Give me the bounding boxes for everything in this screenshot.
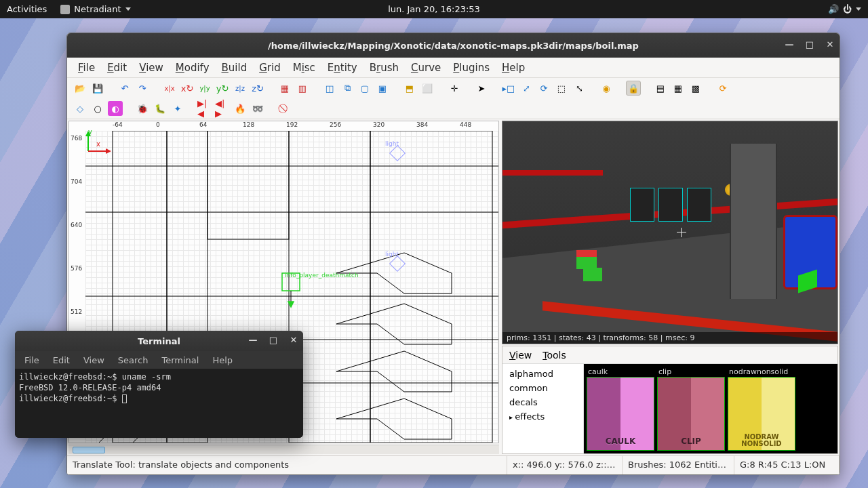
texture-item[interactable]: caulk: [587, 367, 654, 451]
select-inside-icon[interactable]: ▥: [295, 81, 310, 96]
terminal-titlebar[interactable]: Terminal — □ ✕: [15, 331, 303, 351]
cap-icon[interactable]: ○: [90, 101, 105, 116]
bobtool-1-icon[interactable]: 🐞: [135, 101, 150, 116]
menu-modify[interactable]: Modify: [170, 60, 215, 76]
texture-swatch[interactable]: [728, 377, 795, 451]
select-rect-icon[interactable]: ⬚: [554, 81, 569, 96]
texture-menu-view[interactable]: View: [509, 350, 532, 361]
system-status-area[interactable]: 🔊 ⏻: [821, 4, 868, 14]
menu-edit[interactable]: Edit: [102, 60, 132, 76]
window-title: /home/illwieckz/Mapping/Xonotic/data/xon…: [268, 41, 639, 51]
terminal-output[interactable]: illwieckz@freebsd:~$ uname -srm FreeBSD …: [15, 369, 303, 438]
svg-rect-6: [208, 131, 289, 239]
app-menu[interactable]: Netradiant: [54, 4, 137, 14]
texture-swatch[interactable]: [587, 377, 654, 451]
app-menu-label: Netradiant: [74, 4, 121, 14]
menu-build[interactable]: Build: [216, 60, 253, 76]
undo-icon[interactable]: ↶: [117, 81, 132, 96]
redo-icon[interactable]: ↷: [135, 81, 150, 96]
texture-category-item[interactable]: common: [502, 381, 583, 395]
maximize-button[interactable]: □: [804, 40, 815, 51]
no-icon[interactable]: ⃠: [277, 101, 292, 116]
menu-view[interactable]: View: [134, 60, 169, 76]
texbrowser-icon[interactable]: ▩: [688, 81, 703, 96]
clipper-icon[interactable]: ▸□: [501, 81, 516, 96]
menu-brush[interactable]: Brush: [364, 60, 404, 76]
terminal-menu-item[interactable]: Terminal: [156, 354, 204, 367]
texture-menu-tools[interactable]: Tools: [542, 350, 566, 361]
menu-help[interactable]: Help: [496, 60, 530, 76]
texture-item[interactable]: nodrawnonsolid: [728, 367, 795, 451]
volume-icon: 🔊: [828, 4, 839, 14]
rotate-z-icon[interactable]: z↻: [250, 81, 265, 96]
flip-z-icon[interactable]: z|z: [233, 81, 248, 96]
bevel-icon[interactable]: ◐: [108, 101, 123, 116]
open-icon[interactable]: 📂: [73, 81, 87, 96]
ruler-tick: 256: [330, 121, 341, 128]
hollow-icon[interactable]: ▢: [357, 81, 372, 96]
horizontal-scrollbar[interactable]: [68, 445, 499, 454]
menu-file[interactable]: File: [73, 60, 100, 76]
texture-category-item[interactable]: alphamod: [502, 367, 583, 381]
minimize-button[interactable]: —: [784, 40, 795, 51]
resize-icon[interactable]: ⤡: [572, 81, 587, 96]
texture-category-item[interactable]: effects: [502, 409, 583, 424]
weld-2-icon[interactable]: ◀|▶: [215, 101, 230, 116]
clock[interactable]: lun. Jan 20, 16:23:53: [381, 4, 487, 14]
axes-icon[interactable]: ✛: [447, 81, 462, 96]
ruler-tick: 0: [156, 121, 160, 128]
rotate-icon[interactable]: ⟳: [536, 81, 551, 96]
terminal-title: Terminal: [138, 336, 180, 346]
texture-swatch[interactable]: [657, 377, 725, 451]
save-icon[interactable]: 💾: [90, 81, 105, 96]
weld-1-icon[interactable]: ▶|◀: [197, 101, 212, 116]
menu-curve[interactable]: Curve: [406, 60, 446, 76]
flip-y-icon[interactable]: y|y: [197, 81, 212, 96]
flip-x-icon[interactable]: x|x: [162, 81, 177, 96]
bobtool-2-icon[interactable]: 🐛: [153, 101, 167, 116]
console-icon[interactable]: ▦: [671, 81, 686, 96]
patch-icon[interactable]: ◉: [599, 81, 614, 96]
activities-button[interactable]: Activities: [0, 4, 54, 14]
refresh-icon[interactable]: ⟳: [715, 81, 730, 96]
menu-grid[interactable]: Grid: [254, 60, 285, 76]
cubic-clip-icon[interactable]: ⬜: [420, 81, 435, 96]
window-titlebar[interactable]: /home/illwieckz/Mapping/Xonotic/data/xon…: [67, 33, 840, 58]
rotate-y-icon[interactable]: y↻: [215, 81, 230, 96]
texture-category-list[interactable]: alphamodcommondecalseffects: [502, 364, 584, 453]
3d-viewport[interactable]: prims: 1351 | states: 43 | transforms: 5…: [502, 121, 838, 344]
texture-item[interactable]: clip: [657, 367, 725, 451]
terminal-menu-item[interactable]: File: [19, 354, 45, 367]
terminal-menu-item[interactable]: Search: [113, 354, 154, 367]
menu-misc[interactable]: Misc: [288, 60, 321, 76]
menu-plugins[interactable]: Plugins: [448, 60, 495, 76]
app-icon: [60, 5, 70, 14]
terminal-menu-item[interactable]: Help: [207, 354, 238, 367]
view-change-icon[interactable]: ⬒: [402, 81, 417, 96]
bobtool-3-icon[interactable]: ✦: [170, 101, 185, 116]
maximize-button[interactable]: □: [268, 336, 279, 346]
close-button[interactable]: ✕: [825, 40, 835, 51]
texture-grid[interactable]: caulkclipnodrawnonsolid: [584, 364, 837, 453]
menu-entity[interactable]: Entity: [322, 60, 363, 76]
room-icon[interactable]: ▣: [375, 81, 390, 96]
flame-icon[interactable]: 🔥: [233, 101, 248, 116]
ruler-tick: 640: [71, 222, 82, 228]
minimize-button[interactable]: —: [248, 336, 258, 346]
csg-subtract-icon[interactable]: ◫: [322, 81, 337, 96]
spiral-icon[interactable]: ➿: [250, 101, 265, 116]
texture-lock-icon[interactable]: 🔒: [626, 81, 641, 96]
pointer-icon[interactable]: ➤: [474, 81, 489, 96]
entity-list-icon[interactable]: ▤: [653, 81, 668, 96]
ruler-x: -64064128192256320384448: [85, 121, 498, 131]
patch-inspector-icon[interactable]: ◇: [73, 101, 87, 116]
scrollbar-thumb[interactable]: [73, 447, 105, 453]
terminal-menu-item[interactable]: Edit: [47, 354, 75, 367]
texture-category-item[interactable]: decals: [502, 395, 583, 409]
close-button[interactable]: ✕: [288, 336, 299, 346]
csg-merge-icon[interactable]: ⧉: [340, 81, 355, 96]
rotate-x-icon[interactable]: x↻: [180, 81, 195, 96]
terminal-menu-item[interactable]: View: [78, 354, 110, 367]
select-touching-icon[interactable]: ▦: [277, 81, 292, 96]
scale-icon[interactable]: ⤢: [519, 81, 534, 96]
